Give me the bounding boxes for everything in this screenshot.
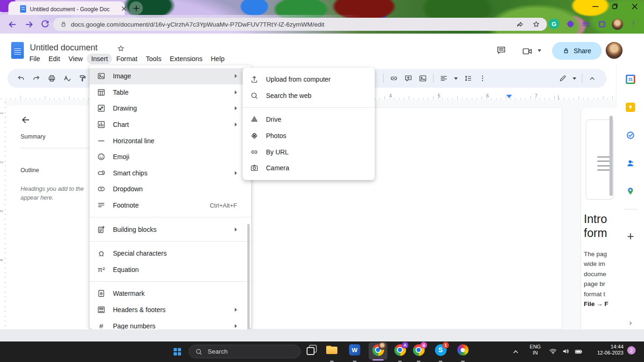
minimize-window-icon[interactable]	[591, 2, 600, 11]
menu-item-by-url[interactable]: By URL	[243, 144, 375, 160]
playlist-extension-icon[interactable]	[581, 20, 591, 29]
vertical-ruler-number: 4	[0, 259, 4, 262]
add-comment-icon[interactable]	[404, 74, 413, 83]
battery-icon[interactable]	[574, 348, 583, 356]
redo-icon[interactable]	[32, 74, 41, 83]
editing-mode-caret-icon[interactable]	[573, 77, 576, 80]
maps-icon[interactable]	[626, 187, 635, 196]
language-indicator[interactable]: ENG IN	[527, 344, 543, 355]
account-avatar[interactable]	[606, 42, 623, 59]
url-text[interactable]: docs.google.com/document/d/16v-yClrzhA7c…	[71, 21, 512, 28]
menu-view[interactable]: View	[64, 54, 87, 64]
tasks-icon[interactable]	[626, 131, 635, 140]
line-spacing-icon[interactable]	[464, 74, 472, 83]
menu-item-equation[interactable]: π²Equation	[90, 262, 251, 278]
browser-tab[interactable]: Untitled document - Google Doc	[8, 1, 125, 15]
video-call-icon[interactable]	[522, 46, 534, 56]
menu-scrollbar[interactable]	[247, 224, 250, 329]
collapse-side-panel-icon[interactable]: ›	[625, 317, 636, 328]
editing-mode-icon[interactable]	[559, 74, 567, 83]
share-button[interactable]: Share	[552, 42, 602, 60]
insert-image-icon[interactable]	[419, 74, 427, 83]
menu-tools[interactable]: Tools	[141, 54, 165, 64]
volume-icon[interactable]	[562, 347, 570, 355]
menu-item-drive[interactable]: Drive	[243, 111, 375, 128]
square-extension-icon[interactable]	[598, 20, 607, 29]
print-icon[interactable]	[48, 74, 56, 83]
menu-item-building-blocks[interactable]: Building blocks	[90, 221, 251, 237]
menu-item-drawing[interactable]: Drawing	[90, 100, 251, 117]
new-tab-button[interactable]	[129, 1, 143, 15]
menu-item-page-numbers[interactable]: #Page numbers	[90, 318, 251, 329]
menu-insert[interactable]: Insert	[87, 54, 112, 64]
menu-item-upload-from-computer[interactable]: Upload from computer	[243, 71, 375, 88]
menu-edit[interactable]: Edit	[44, 54, 64, 64]
forward-icon[interactable]	[24, 20, 35, 30]
taskbar-app-task-view[interactable]	[306, 344, 318, 356]
browser-menu-icon[interactable]	[630, 20, 637, 29]
menu-file[interactable]: File	[25, 54, 44, 64]
notification-badge[interactable]: 2	[627, 346, 636, 355]
close-outline-icon[interactable]	[21, 115, 31, 125]
spell-check-icon[interactable]	[63, 74, 71, 83]
menu-item-search-the-web[interactable]: Search the web	[243, 88, 375, 104]
back-icon[interactable]	[7, 20, 18, 30]
vertical-scrollbar[interactable]	[609, 116, 613, 196]
paint-format-icon[interactable]	[78, 74, 87, 83]
taskbar-app-chrome-a[interactable]: a	[413, 344, 425, 356]
close-window-icon[interactable]	[630, 2, 639, 11]
tab-close-icon[interactable]	[120, 5, 127, 12]
menu-item-table[interactable]: Table	[90, 84, 251, 101]
add-addon-icon[interactable]: +	[623, 229, 638, 244]
taskbar-app-chrome-A[interactable]: A	[394, 344, 406, 356]
menu-item-watermark[interactable]: Watermark	[90, 285, 251, 302]
menu-item-dropdown[interactable]: Dropdown	[90, 181, 251, 197]
start-button[interactable]	[171, 345, 184, 358]
browser-profile-avatar[interactable]	[612, 19, 623, 30]
clock[interactable]: 14:44 12-06-2023	[591, 344, 623, 355]
taskbar-search[interactable]: Search	[189, 345, 301, 358]
more-vert-icon[interactable]	[478, 74, 487, 83]
menu-item-camera[interactable]: Camera	[243, 160, 375, 176]
menu-item-emoji[interactable]: Emoji	[90, 149, 251, 165]
contacts-icon[interactable]	[626, 159, 635, 168]
menu-format[interactable]: Format	[112, 54, 141, 64]
menu-item-smart-chips[interactable]: Smart chips	[90, 165, 251, 181]
reload-icon[interactable]	[40, 20, 50, 30]
address-bar[interactable]: docs.google.com/document/d/16v-yClrzhA7c…	[53, 18, 547, 31]
grammarly-extension-icon[interactable]: G	[549, 19, 559, 29]
keep-icon[interactable]	[626, 103, 635, 112]
menu-item-headers-footers[interactable]: Headers & footers	[90, 302, 251, 318]
menu-item-footnote[interactable]: FootnoteCtrl+Alt+F	[90, 197, 251, 214]
menu-item-chart[interactable]: Chart	[90, 117, 251, 133]
extensions-puzzle-icon[interactable]	[566, 20, 575, 29]
document-title[interactable]: Untitled document	[30, 43, 98, 53]
vertical-ruler[interactable]: 1234	[0, 100, 7, 329]
undo-icon[interactable]	[17, 74, 25, 83]
tray-chevron-icon[interactable]	[511, 348, 520, 356]
menu-item-photos[interactable]: Photos	[243, 128, 375, 144]
menu-item-image[interactable]: Image	[90, 68, 251, 84]
comment-history-icon[interactable]	[496, 45, 506, 56]
taskbar-app-paint[interactable]	[457, 344, 469, 356]
menu-item-special-characters[interactable]: ΩSpecial characters	[90, 245, 251, 262]
menu-extensions[interactable]: Extensions	[166, 54, 207, 64]
taskbar-app-file-explorer[interactable]	[326, 344, 338, 356]
menu-help[interactable]: Help	[207, 54, 229, 64]
restore-window-icon[interactable]	[610, 2, 620, 11]
indent-marker-icon[interactable]	[506, 95, 512, 98]
wifi-icon[interactable]	[549, 347, 557, 355]
calendar-icon[interactable]: 31	[626, 75, 635, 84]
star-icon[interactable]	[532, 20, 540, 28]
insert-link-icon[interactable]	[390, 74, 398, 83]
star-document-icon[interactable]	[117, 44, 125, 53]
collapse-toolbar-icon[interactable]	[588, 74, 596, 83]
video-call-caret-icon[interactable]	[538, 49, 541, 52]
align-caret-icon[interactable]	[454, 77, 458, 80]
menu-item-horizontal-line[interactable]: Horizontal line	[90, 132, 251, 149]
taskbar-app-skype-1[interactable]: S1	[434, 344, 447, 356]
taskbar-app-word[interactable]: W	[349, 344, 361, 356]
taskbar-app-chrome[interactable]	[372, 344, 384, 356]
align-icon[interactable]	[440, 74, 448, 83]
share-icon[interactable]	[516, 20, 524, 28]
